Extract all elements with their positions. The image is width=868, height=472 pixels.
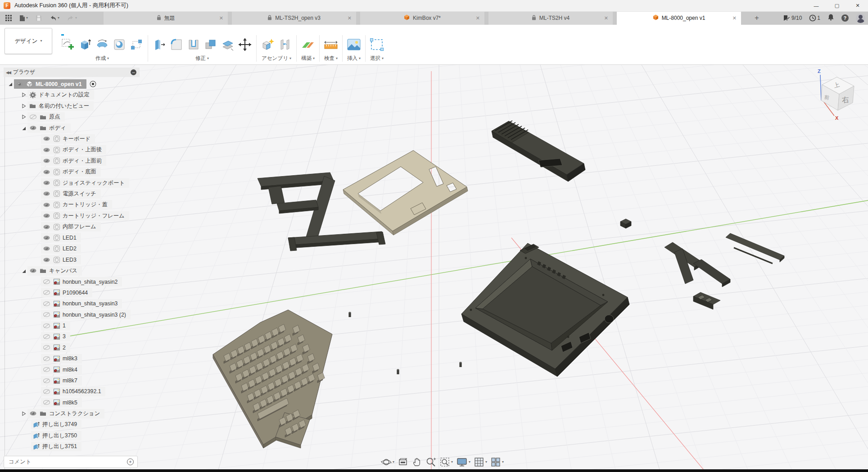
look-at-icon[interactable]	[398, 457, 408, 467]
ribbon-tab[interactable]	[80, 26, 92, 35]
part-keyboard[interactable]	[213, 310, 332, 448]
visibility-eye-icon[interactable]	[42, 345, 50, 350]
select-button[interactable]	[369, 36, 384, 53]
tree-item[interactable]: カートリッジ・フレーム	[4, 211, 140, 221]
document-tab[interactable]: 無題 ✕	[104, 11, 228, 25]
zoom-icon[interactable]	[425, 457, 436, 467]
visibility-eye-icon[interactable]	[42, 389, 50, 394]
maximize-button[interactable]: ▢	[827, 0, 847, 11]
tree-item[interactable]: LED3	[4, 255, 140, 264]
visibility-eye-icon[interactable]	[42, 378, 50, 383]
tree-item[interactable]: カートリッジ・蓋	[4, 200, 140, 209]
notifications-bell-icon[interactable]	[827, 14, 834, 23]
part-cartridge-lid[interactable]	[492, 121, 585, 182]
visibility-eye-icon[interactable]	[29, 268, 37, 273]
part-fastener-pins[interactable]	[348, 312, 461, 374]
expand-arrow-icon[interactable]	[20, 268, 27, 273]
tree-item[interactable]: h1054562392.1	[4, 387, 140, 396]
expand-arrow-icon[interactable]	[20, 104, 27, 109]
visibility-eye-icon[interactable]	[42, 367, 50, 372]
tree-item[interactable]: コンストラクション	[4, 409, 140, 418]
tree-item[interactable]: 電源スイッチ	[4, 189, 140, 199]
tab-close-icon[interactable]: ✕	[219, 15, 223, 21]
tree-item[interactable]: ml8k3	[4, 354, 140, 363]
fit-icon[interactable]: ▾	[439, 457, 453, 467]
visibility-eye-icon[interactable]	[29, 114, 37, 119]
tree-item[interactable]: キャンバス	[4, 266, 140, 276]
user-avatar[interactable]	[856, 14, 865, 23]
tab-close-icon[interactable]: ✕	[604, 15, 608, 21]
pan-icon[interactable]	[411, 457, 422, 467]
expand-arrow-icon[interactable]	[20, 114, 27, 119]
tree-item[interactable]: ジョイスティックポート	[4, 178, 140, 188]
tab-close-icon[interactable]: ✕	[732, 15, 737, 21]
pattern-button[interactable]	[129, 36, 144, 53]
expand-arrow-icon[interactable]	[20, 126, 27, 131]
grid-settings-icon[interactable]: ▾	[474, 457, 487, 467]
minimize-button[interactable]: —	[806, 0, 827, 11]
combine-button[interactable]	[203, 36, 218, 53]
tree-item[interactable]: 押し出し3751	[4, 442, 140, 451]
expand-arrow-icon[interactable]	[20, 411, 27, 416]
tree-item[interactable]: ml8k7	[4, 376, 140, 386]
add-comment-icon[interactable]: +	[127, 458, 134, 465]
tree-item[interactable]: 名前の付いたビュー	[4, 101, 140, 111]
document-tab[interactable]: KimBox v7* ✕	[360, 11, 484, 25]
tree-item[interactable]: ボディ・上面後	[4, 145, 140, 154]
group-label-create[interactable]: 作成	[95, 55, 109, 62]
tree-item[interactable]: ml8k4	[4, 365, 140, 374]
save-icon[interactable]	[36, 15, 42, 21]
document-tab[interactable]: ML-TS2H_open v3 ✕	[232, 11, 356, 25]
tree-item[interactable]: 押し出し3749	[4, 420, 140, 429]
part-joystick-port[interactable]	[693, 292, 720, 309]
revolve-button[interactable]	[95, 36, 110, 53]
visibility-eye-icon[interactable]	[42, 159, 50, 163]
construction-plane-button[interactable]	[300, 36, 316, 53]
tree-item[interactable]: 1	[4, 321, 140, 331]
viewports-icon[interactable]: ▾	[490, 457, 504, 467]
browser-remove-icon[interactable]: –	[131, 69, 136, 75]
visibility-eye-icon[interactable]	[42, 323, 50, 328]
expand-arrow-icon[interactable]	[6, 82, 14, 86]
part-cartridge-frame[interactable]	[665, 242, 730, 287]
tab-close-icon[interactable]: ✕	[348, 15, 352, 21]
extension-clock-icon[interactable]: 1	[809, 14, 820, 22]
new-tab-button[interactable]: +	[751, 11, 763, 25]
document-tab[interactable]: ML-8000_open v1 ✕	[617, 11, 741, 25]
visibility-eye-icon[interactable]	[42, 334, 50, 339]
visibility-eye-icon[interactable]	[29, 411, 37, 416]
tree-item[interactable]: P1090644	[4, 288, 140, 297]
tree-item[interactable]: honbun_shita_syasin3	[4, 299, 140, 309]
visibility-eye-icon[interactable]	[42, 312, 50, 317]
create-sketch-button[interactable]	[60, 36, 76, 53]
insert-canvas-button[interactable]	[346, 36, 362, 53]
offset-face-button[interactable]	[220, 36, 235, 53]
workspace-dropdown[interactable]: デザイン▾	[5, 28, 52, 54]
ribbon-tab[interactable]	[104, 26, 115, 35]
display-settings-icon[interactable]: ▾	[456, 457, 470, 467]
joint-button[interactable]	[277, 36, 293, 53]
visibility-eye-icon[interactable]	[42, 148, 50, 152]
extrude-button[interactable]	[77, 36, 93, 53]
fillet-button[interactable]	[169, 36, 184, 53]
redo-icon[interactable]: ▾	[67, 15, 77, 21]
tree-item[interactable]: ボディ	[4, 123, 140, 133]
visibility-eye-icon[interactable]	[42, 301, 50, 306]
expand-arrow-icon[interactable]	[20, 92, 27, 97]
visibility-eye-icon[interactable]	[42, 136, 50, 141]
timeline-strip[interactable]	[0, 469, 868, 472]
tree-item[interactable]: ML-8000_open v1	[4, 79, 140, 89]
comment-bar[interactable]: コメント +	[4, 456, 138, 468]
part-power-switch[interactable]	[620, 219, 631, 228]
tree-item[interactable]: ドキュメントの設定	[4, 90, 140, 100]
visibility-eye-icon[interactable]	[42, 191, 50, 196]
ribbon-tab[interactable]	[68, 26, 80, 35]
tree-item[interactable]: 3	[4, 332, 140, 341]
visibility-eye-icon[interactable]	[42, 170, 50, 174]
group-label-construct[interactable]: 構築	[301, 55, 315, 62]
job-status-indicator[interactable]: 9/10	[783, 15, 802, 22]
visibility-eye-icon[interactable]	[42, 213, 50, 218]
ribbon-tab[interactable]	[92, 26, 104, 35]
hole-button[interactable]	[112, 36, 127, 53]
new-component-button[interactable]	[260, 36, 276, 53]
